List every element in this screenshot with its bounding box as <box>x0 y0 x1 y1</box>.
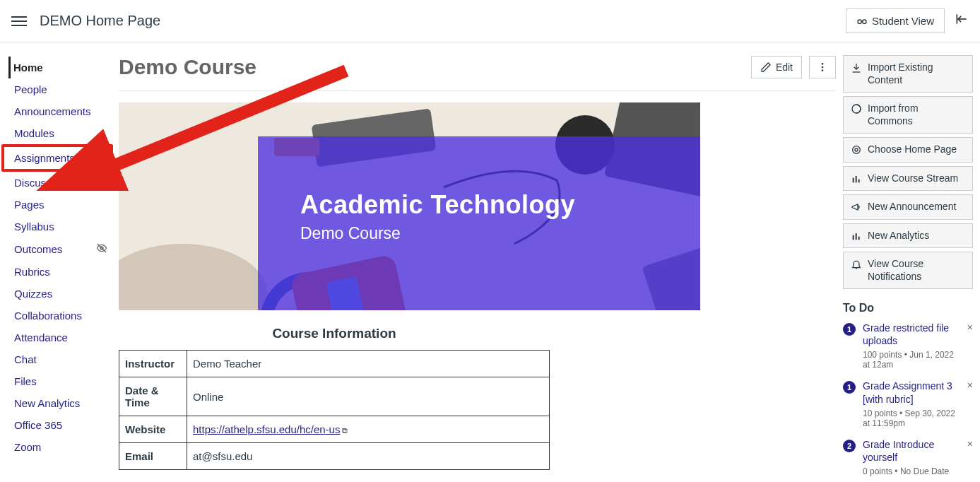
banner-title: Academic Technology <box>300 190 665 220</box>
todo-badge: 1 <box>843 381 856 394</box>
nav-modules[interactable]: Modules <box>11 122 113 144</box>
nav-files[interactable]: Files <box>11 370 113 392</box>
more-options-button[interactable] <box>809 56 836 78</box>
nav-syllabus[interactable]: Syllabus <box>11 216 113 237</box>
edit-label: Edit <box>776 61 793 73</box>
table-row: Email at@sfsu.edu <box>119 443 550 470</box>
svg-rect-24 <box>853 177 854 182</box>
analytics-icon <box>851 230 862 242</box>
todo-item: 2 Grade Introduce yourself 0 points • No… <box>843 438 973 476</box>
view-notifications-button[interactable]: View Course Notifications <box>843 252 973 289</box>
nav-office365[interactable]: Office 365 <box>11 414 113 436</box>
nav-assignments[interactable]: Assignments <box>1 144 113 172</box>
pencil-icon <box>760 61 772 73</box>
edit-button[interactable]: Edit <box>751 56 802 78</box>
close-icon[interactable]: × <box>967 380 973 391</box>
info-value: Demo Teacher <box>187 351 550 377</box>
choose-home-button[interactable]: Choose Home Page <box>843 137 973 163</box>
nav-discussions[interactable]: Discussions <box>11 172 113 194</box>
website-link[interactable]: https://athelp.sfsu.edu/hc/en-us <box>193 423 340 435</box>
student-view-label: Student View <box>872 15 934 27</box>
commons-icon <box>851 103 862 114</box>
info-value: at@sfsu.edu <box>187 443 550 470</box>
hidden-eye-icon <box>96 242 107 256</box>
nav-home[interactable]: Home <box>8 57 113 78</box>
course-info-heading: Course Information <box>119 326 550 341</box>
nav-new-analytics[interactable]: New Analytics <box>11 392 113 414</box>
svg-point-3 <box>822 63 824 65</box>
collapse-icon[interactable] <box>955 12 969 30</box>
import-existing-button[interactable]: Import Existing Content <box>843 55 973 93</box>
breadcrumb: DEMO Home Page <box>40 13 846 29</box>
nav-rubrics[interactable]: Rubrics <box>11 261 113 283</box>
nav-outcomes[interactable]: Outcomes <box>11 237 113 261</box>
external-link-icon: ⧉ <box>342 426 348 435</box>
info-label: Instructor <box>119 351 187 377</box>
todo-item: 1 Grade Assignment 3 [with rubric] 10 po… <box>843 380 973 428</box>
glasses-icon <box>856 16 868 27</box>
todo-item: 1 Grade restricted file uploads 100 poin… <box>843 322 973 370</box>
close-icon[interactable]: × <box>967 438 973 449</box>
nav-people[interactable]: People <box>11 78 113 100</box>
course-info-table: Instructor Demo Teacher Date & Time Onli… <box>119 350 550 470</box>
import-commons-button[interactable]: Import from Commons <box>843 96 973 134</box>
svg-rect-25 <box>856 176 857 182</box>
svg-point-23 <box>855 148 858 151</box>
megaphone-icon <box>851 201 862 213</box>
hamburger-menu[interactable] <box>11 16 27 26</box>
nav-chat[interactable]: Chat <box>11 348 113 370</box>
analytics-button[interactable]: New Analytics <box>843 223 973 249</box>
info-value: Online <box>187 377 550 416</box>
todo-badge: 1 <box>843 323 856 336</box>
svg-point-0 <box>858 20 861 23</box>
bell-icon <box>851 259 862 270</box>
table-row: Date & Time Online <box>119 377 550 416</box>
banner-subtitle: Demo Course <box>300 224 665 243</box>
nav-announcements[interactable]: Announcements <box>11 100 113 122</box>
nav-collaborations[interactable]: Collaborations <box>11 305 113 327</box>
info-label: Date & Time <box>119 377 187 416</box>
bars-icon <box>851 173 862 184</box>
view-stream-button[interactable]: View Course Stream <box>843 166 973 192</box>
page-title: Demo Course <box>119 55 744 79</box>
todo-meta: 10 points • Sep 30, 2022 at 11:59pm <box>863 408 963 428</box>
info-label: Website <box>119 416 187 443</box>
todo-link[interactable]: Grade restricted file uploads <box>863 322 963 347</box>
course-nav: Home People Announcements Modules Assign… <box>0 42 113 482</box>
svg-rect-27 <box>853 235 854 240</box>
svg-point-5 <box>822 69 824 71</box>
close-icon[interactable]: × <box>967 322 973 333</box>
svg-point-22 <box>853 146 861 154</box>
new-announcement-button[interactable]: New Announcement <box>843 194 973 220</box>
table-row: Instructor Demo Teacher <box>119 351 550 377</box>
svg-point-1 <box>863 20 866 23</box>
todo-meta: 100 points • Jun 1, 2022 at 12am <box>863 350 963 370</box>
todo-heading: To Do <box>843 302 973 315</box>
svg-point-4 <box>822 66 824 69</box>
import-icon <box>851 62 862 74</box>
nav-quizzes[interactable]: Quizzes <box>11 283 113 305</box>
table-row: Website https://athelp.sfsu.edu/hc/en-us… <box>119 416 550 443</box>
todo-link[interactable]: Grade Introduce yourself <box>863 438 963 464</box>
svg-rect-29 <box>858 236 860 240</box>
student-view-button[interactable]: Student View <box>846 8 945 33</box>
course-banner: Academic Technology Demo Course <box>119 102 700 310</box>
kebab-icon <box>817 61 828 73</box>
todo-badge: 2 <box>843 440 856 452</box>
nav-zoom[interactable]: Zoom <box>11 436 113 458</box>
info-label: Email <box>119 443 187 470</box>
todo-meta: 0 points • No Due Date <box>863 466 963 476</box>
svg-rect-26 <box>858 179 860 182</box>
nav-attendance[interactable]: Attendance <box>11 327 113 348</box>
svg-rect-28 <box>856 233 857 240</box>
todo-link[interactable]: Grade Assignment 3 [with rubric] <box>863 380 963 405</box>
home-target-icon <box>851 144 862 155</box>
nav-pages[interactable]: Pages <box>11 194 113 216</box>
